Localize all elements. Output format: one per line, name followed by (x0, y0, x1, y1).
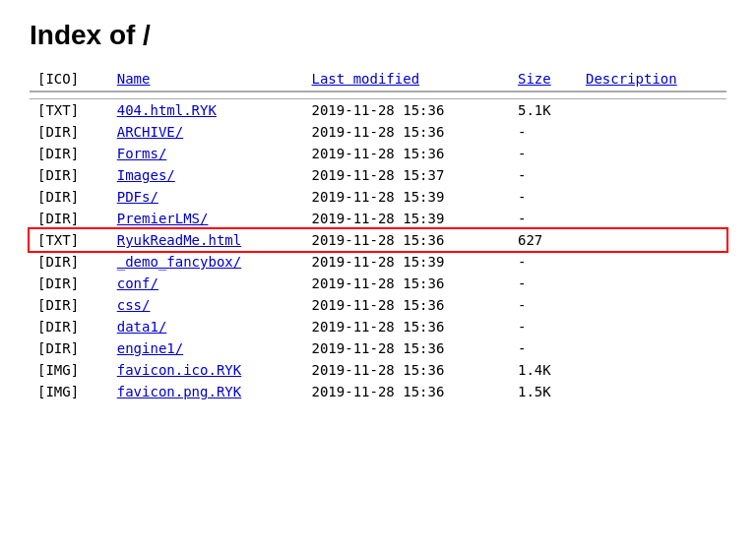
file-name-cell[interactable]: Images/ (109, 164, 304, 186)
table-row: [DIR]data1/2019-11-28 15:36- (30, 316, 726, 337)
ico-badge: [DIR] (30, 121, 109, 143)
ico-badge: [DIR] (30, 164, 109, 186)
file-name-cell[interactable]: css/ (109, 294, 304, 316)
file-link[interactable]: Forms/ (117, 146, 167, 161)
ico-badge: [DIR] (30, 208, 109, 229)
file-modified-cell: 2019-11-28 15:36 (304, 294, 510, 316)
file-size-cell: - (510, 186, 578, 208)
file-description-cell (578, 337, 726, 359)
file-size-cell: - (510, 316, 578, 337)
file-modified-cell: 2019-11-28 15:39 (304, 186, 510, 208)
ico-badge: [TXT] (30, 99, 109, 122)
table-row: [DIR]conf/2019-11-28 15:36- (30, 273, 726, 294)
ico-badge: [DIR] (30, 337, 109, 359)
file-modified-cell: 2019-11-28 15:39 (304, 251, 510, 273)
file-modified-cell: 2019-11-28 15:39 (304, 208, 510, 229)
ico-badge: [DIR] (30, 186, 109, 208)
file-size-cell: - (510, 294, 578, 316)
file-modified-cell: 2019-11-28 15:36 (304, 121, 510, 143)
table-row: [DIR]css/2019-11-28 15:36- (30, 294, 726, 316)
file-name-cell[interactable]: RyukReadMe.html (109, 229, 304, 251)
file-modified-cell: 2019-11-28 15:36 (304, 99, 510, 122)
table-row: [DIR]Images/2019-11-28 15:37- (30, 164, 726, 186)
file-size-cell: 1.4K (510, 359, 578, 381)
file-description-cell (578, 316, 726, 337)
ico-badge: [DIR] (30, 273, 109, 294)
table-row: [DIR]ARCHIVE/2019-11-28 15:36- (30, 121, 726, 143)
file-link[interactable]: RyukReadMe.html (117, 232, 241, 248)
file-modified-cell: 2019-11-28 15:36 (304, 143, 510, 164)
table-header-row: [ICO] Name Last modified Size Descriptio… (30, 67, 726, 92)
file-description-cell (578, 99, 726, 122)
table-row: [TXT]404.html.RYK2019-11-28 15:365.1K (30, 99, 726, 122)
ico-badge: [DIR] (30, 143, 109, 164)
file-link[interactable]: ARCHIVE/ (117, 124, 183, 140)
table-row: [DIR]engine1/2019-11-28 15:36- (30, 337, 726, 359)
file-size-cell: - (510, 208, 578, 229)
file-name-cell[interactable]: data1/ (109, 316, 304, 337)
modified-column-header[interactable]: Last modified (304, 67, 510, 92)
file-description-cell (578, 208, 726, 229)
description-column-header[interactable]: Description (578, 67, 726, 92)
file-link[interactable]: PDFs/ (117, 189, 158, 205)
file-link[interactable]: conf/ (117, 275, 158, 291)
file-name-cell[interactable]: engine1/ (109, 337, 304, 359)
file-link[interactable]: PremierLMS/ (117, 211, 209, 226)
file-modified-cell: 2019-11-28 15:36 (304, 273, 510, 294)
ico-badge: [IMG] (30, 359, 109, 381)
file-description-cell (578, 294, 726, 316)
file-size-cell: - (510, 273, 578, 294)
table-row: [DIR]_demo_fancybox/2019-11-28 15:39- (30, 251, 726, 273)
file-link[interactable]: favicon.ico.RYK (117, 362, 241, 378)
ico-column-header: [ICO] (30, 67, 109, 92)
file-description-cell (578, 229, 726, 251)
file-name-cell[interactable]: Forms/ (109, 143, 304, 164)
table-row: [DIR]PremierLMS/2019-11-28 15:39- (30, 208, 726, 229)
file-size-cell: 627 (510, 229, 578, 251)
file-description-cell (578, 186, 726, 208)
ico-badge: [DIR] (30, 294, 109, 316)
file-modified-cell: 2019-11-28 15:36 (304, 337, 510, 359)
file-link[interactable]: css/ (117, 297, 151, 313)
file-size-cell: - (510, 143, 578, 164)
name-column-header[interactable]: Name (109, 67, 304, 92)
file-name-cell[interactable]: conf/ (109, 273, 304, 294)
file-description-cell (578, 143, 726, 164)
file-description-cell (578, 251, 726, 273)
file-link[interactable]: data1/ (117, 319, 167, 335)
file-name-cell[interactable]: PDFs/ (109, 186, 304, 208)
file-name-cell[interactable]: _demo_fancybox/ (109, 251, 304, 273)
file-link[interactable]: Images/ (117, 167, 175, 183)
file-modified-cell: 2019-11-28 15:37 (304, 164, 510, 186)
file-description-cell (578, 273, 726, 294)
file-modified-cell: 2019-11-28 15:36 (304, 381, 510, 402)
file-modified-cell: 2019-11-28 15:36 (304, 316, 510, 337)
table-row: [DIR]PDFs/2019-11-28 15:39- (30, 186, 726, 208)
file-link[interactable]: 404.html.RYK (117, 102, 217, 118)
table-row: [DIR]Forms/2019-11-28 15:36- (30, 143, 726, 164)
ico-badge: [IMG] (30, 381, 109, 402)
file-description-cell (578, 381, 726, 402)
page-title: Index of / (30, 20, 726, 51)
file-modified-cell: 2019-11-28 15:36 (304, 359, 510, 381)
file-size-cell: - (510, 337, 578, 359)
file-name-cell[interactable]: 404.html.RYK (109, 99, 304, 122)
file-name-cell[interactable]: ARCHIVE/ (109, 121, 304, 143)
table-row: [IMG]favicon.png.RYK2019-11-28 15:361.5K (30, 381, 726, 402)
size-column-header[interactable]: Size (510, 67, 578, 92)
ico-badge: [DIR] (30, 316, 109, 337)
file-description-cell (578, 121, 726, 143)
file-listing-table: [ICO] Name Last modified Size Descriptio… (30, 67, 726, 402)
file-size-cell: 1.5K (510, 381, 578, 402)
table-row: [TXT]RyukReadMe.html2019-11-28 15:36627 (30, 229, 726, 251)
file-modified-cell: 2019-11-28 15:36 (304, 229, 510, 251)
file-size-cell: - (510, 164, 578, 186)
file-link[interactable]: engine1/ (117, 340, 183, 356)
file-link[interactable]: favicon.png.RYK (117, 384, 241, 399)
file-description-cell (578, 164, 726, 186)
file-name-cell[interactable]: PremierLMS/ (109, 208, 304, 229)
ico-badge: [DIR] (30, 251, 109, 273)
file-name-cell[interactable]: favicon.png.RYK (109, 381, 304, 402)
file-link[interactable]: _demo_fancybox/ (117, 254, 241, 270)
file-name-cell[interactable]: favicon.ico.RYK (109, 359, 304, 381)
